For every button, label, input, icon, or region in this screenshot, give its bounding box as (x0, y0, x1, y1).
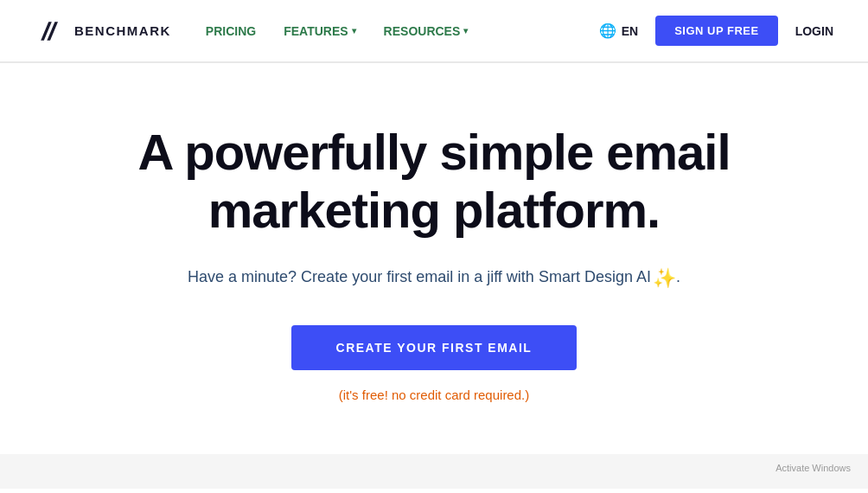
nav-pricing[interactable]: PRICING (206, 24, 256, 38)
navbar: BENCHMARK PRICING FEATURES ▾ RESOURCES ▾… (0, 0, 868, 62)
language-selector[interactable]: 🌐 EN (599, 22, 638, 39)
features-chevron-icon: ▾ (352, 26, 356, 35)
bottom-strip: Activate Windows (0, 454, 868, 489)
hero-section: A powerfully simple email marketing plat… (0, 63, 868, 454)
benchmark-logo-icon (35, 16, 66, 47)
create-email-button[interactable]: CREATE YOUR FIRST EMAIL (291, 325, 578, 370)
lang-label: EN (622, 24, 638, 38)
nav-right: 🌐 EN SIGN UP FREE LOGIN (599, 16, 833, 46)
logo-link[interactable]: BENCHMARK (35, 16, 171, 47)
signup-button[interactable]: SIGN UP FREE (655, 16, 778, 46)
hero-subtitle: Have a minute? Create your first email i… (188, 263, 680, 293)
free-note: (it's free! no credit card required.) (339, 387, 529, 402)
nav-features[interactable]: FEATURES ▾ (284, 24, 355, 38)
subtitle-end: . (676, 269, 680, 286)
subtitle-text: Have a minute? Create your first email i… (188, 269, 651, 286)
resources-chevron-icon: ▾ (463, 26, 468, 35)
globe-icon: 🌐 (599, 22, 616, 39)
brand-name: BENCHMARK (74, 23, 171, 38)
ai-star-icon: ✨ (653, 263, 676, 293)
svg-rect-0 (35, 16, 66, 47)
nav-resources[interactable]: RESOURCES ▾ (384, 24, 469, 38)
login-link[interactable]: LOGIN (795, 24, 833, 38)
activate-windows-watermark: Activate Windows (775, 463, 851, 473)
nav-links: PRICING FEATURES ▾ RESOURCES ▾ (206, 24, 599, 38)
hero-title: A powerfully simple email marketing plat… (131, 124, 737, 239)
